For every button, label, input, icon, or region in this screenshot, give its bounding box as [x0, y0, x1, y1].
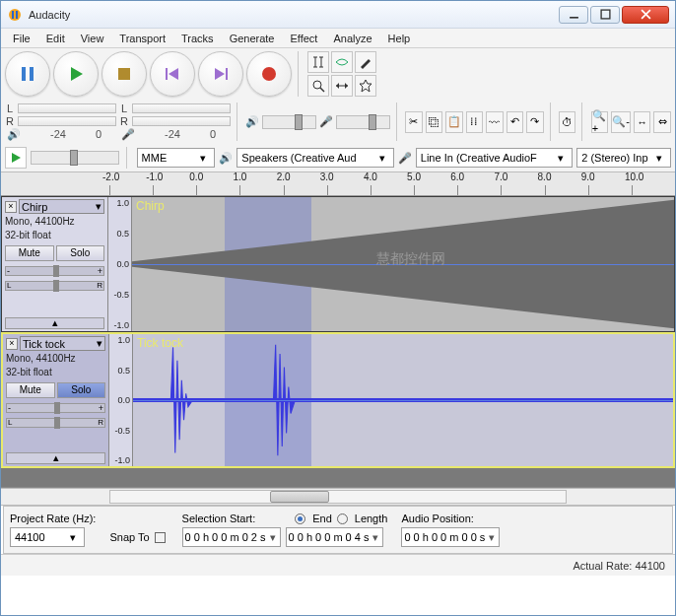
- channels-select[interactable]: 2 (Stereo) Inp▾: [576, 148, 671, 168]
- svg-marker-25: [336, 83, 339, 89]
- play-at-speed-button[interactable]: [5, 147, 27, 169]
- output-volume-slider[interactable]: [262, 115, 316, 129]
- title-bar: Audacity: [1, 1, 675, 29]
- track-close-button[interactable]: ×: [6, 338, 18, 350]
- fit-project-icon[interactable]: ⇔: [653, 111, 671, 133]
- play-speed-slider[interactable]: [31, 151, 119, 165]
- speaker-icon[interactable]: 🔊: [7, 128, 21, 141]
- selection-end-field[interactable]: 0 0 h 0 0 m 0 4 s▾: [286, 527, 384, 547]
- record-button[interactable]: [246, 51, 292, 97]
- input-meter-r[interactable]: [132, 116, 231, 126]
- play-button[interactable]: [53, 51, 99, 97]
- redo-icon[interactable]: ↷: [526, 111, 544, 133]
- track-bitdepth-label: 32-bit float: [6, 367, 105, 378]
- menu-generate[interactable]: Generate: [222, 31, 283, 46]
- copy-icon[interactable]: ⿻: [426, 111, 443, 133]
- collapse-button[interactable]: ▴: [6, 452, 105, 464]
- maximize-button[interactable]: [590, 6, 620, 24]
- vertical-scale[interactable]: 1.0 0.5 0.0 -0.5 -1.0: [109, 334, 133, 466]
- menu-help[interactable]: Help: [380, 31, 419, 46]
- svg-rect-10: [118, 68, 130, 80]
- track-menu-button[interactable]: Chirp▾: [19, 199, 104, 214]
- menu-effect[interactable]: Effect: [283, 31, 326, 46]
- timeshift-tool-icon[interactable]: [331, 75, 353, 97]
- svg-rect-11: [166, 68, 168, 80]
- in-vol-icon: 🎤: [319, 115, 333, 128]
- svg-rect-1: [12, 11, 14, 19]
- zoom-in-icon[interactable]: 🔍+: [591, 111, 609, 133]
- track-chirp: × Chirp▾ Mono, 44100Hz 32-bit float Mute…: [1, 196, 675, 332]
- fit-selection-icon[interactable]: ↔: [634, 111, 651, 133]
- output-device-select[interactable]: Speakers (Creative Aud▾: [237, 148, 393, 168]
- menu-analyze[interactable]: Analyze: [325, 31, 379, 46]
- collapse-button[interactable]: ▴: [5, 317, 104, 329]
- multi-tool-icon[interactable]: [355, 75, 376, 97]
- stop-button[interactable]: [101, 51, 147, 97]
- zoom-out-icon[interactable]: 🔍-: [611, 111, 631, 133]
- menu-file[interactable]: File: [5, 31, 38, 46]
- audio-position-label: Audio Position:: [401, 513, 500, 524]
- project-rate-select[interactable]: 44100▾: [10, 527, 85, 547]
- pause-button[interactable]: [5, 51, 50, 97]
- track-menu-button[interactable]: Tick tock▾: [20, 336, 105, 351]
- svg-marker-13: [215, 68, 225, 80]
- undo-icon[interactable]: ↶: [507, 111, 524, 133]
- length-radio[interactable]: [337, 513, 348, 524]
- menu-edit[interactable]: Edit: [38, 31, 73, 46]
- envelope-tool-icon[interactable]: [331, 51, 353, 73]
- output-meter-r[interactable]: [18, 116, 116, 126]
- output-meter-l[interactable]: [18, 103, 116, 113]
- audio-position-field[interactable]: 0 0 h 0 0 m 0 0 s▾: [401, 527, 500, 547]
- timeline-ruler[interactable]: -2.0 -1.0 0.0 1.0 2.0 3.0 4.0 5.0 6.0 7.…: [1, 172, 675, 196]
- gain-slider[interactable]: -+: [6, 403, 105, 413]
- mic-icon[interactable]: 🎤: [121, 128, 135, 141]
- end-radio[interactable]: [295, 513, 305, 524]
- out-meter-l-label: L: [5, 103, 15, 114]
- skip-end-button[interactable]: [198, 51, 243, 97]
- selection-tool-icon[interactable]: [307, 51, 329, 73]
- solo-button[interactable]: Solo: [57, 382, 106, 398]
- svg-marker-12: [169, 68, 178, 80]
- mute-button[interactable]: Mute: [6, 382, 55, 398]
- status-bar: Actual Rate: 44100: [1, 554, 675, 576]
- mute-button[interactable]: Mute: [5, 245, 54, 261]
- menu-view[interactable]: View: [73, 31, 112, 46]
- skip-start-button[interactable]: [150, 51, 195, 97]
- gain-slider[interactable]: -+: [5, 266, 104, 276]
- vertical-scale[interactable]: 1.0 0.5 0.0 -0.5 -1.0: [108, 197, 132, 331]
- sync-lock-icon[interactable]: ⏱: [559, 111, 576, 133]
- menu-bar: File Edit View Transport Tracks Generate…: [1, 29, 675, 48]
- input-meter-l[interactable]: [132, 103, 231, 113]
- silence-icon[interactable]: 〰: [486, 111, 504, 133]
- menu-transport[interactable]: Transport: [111, 31, 173, 46]
- h-scrollbar[interactable]: [1, 488, 675, 506]
- track-format-label: Mono, 44100Hz: [5, 216, 104, 228]
- pan-slider[interactable]: LR: [5, 281, 104, 291]
- track-format-label: Mono, 44100Hz: [6, 353, 105, 365]
- snap-to-checkbox[interactable]: [155, 532, 166, 543]
- waveform-ticktock[interactable]: Tick tock: [133, 334, 673, 466]
- minimize-button[interactable]: [559, 6, 588, 24]
- selection-start-label: Selection Start:: [182, 513, 256, 524]
- svg-rect-4: [601, 10, 610, 19]
- waveform-chirp[interactable]: Chirp 慧都控件网: [132, 197, 674, 331]
- selection-start-field[interactable]: 0 0 h 0 0 m 0 2 s▾: [182, 527, 281, 547]
- svg-marker-9: [71, 67, 83, 81]
- track-close-button[interactable]: ×: [5, 201, 17, 213]
- cut-icon[interactable]: ✂: [405, 111, 423, 133]
- input-device-select[interactable]: Line In (Creative AudioF▾: [416, 148, 573, 168]
- pan-slider[interactable]: LR: [6, 418, 105, 428]
- svg-point-22: [313, 81, 321, 89]
- track-bitdepth-label: 32-bit float: [5, 230, 104, 241]
- paste-icon[interactable]: 📋: [445, 111, 463, 133]
- input-volume-slider[interactable]: [336, 115, 390, 129]
- close-button[interactable]: [622, 6, 669, 24]
- trim-icon[interactable]: ⁞⁞: [466, 111, 484, 133]
- window-title: Audacity: [29, 9, 559, 21]
- zoom-tool-icon[interactable]: [307, 75, 329, 97]
- draw-tool-icon[interactable]: [355, 51, 376, 73]
- solo-button[interactable]: Solo: [56, 245, 105, 261]
- host-select[interactable]: MME▾: [137, 148, 216, 168]
- h-scroll-thumb[interactable]: [270, 491, 329, 503]
- menu-tracks[interactable]: Tracks: [173, 31, 222, 46]
